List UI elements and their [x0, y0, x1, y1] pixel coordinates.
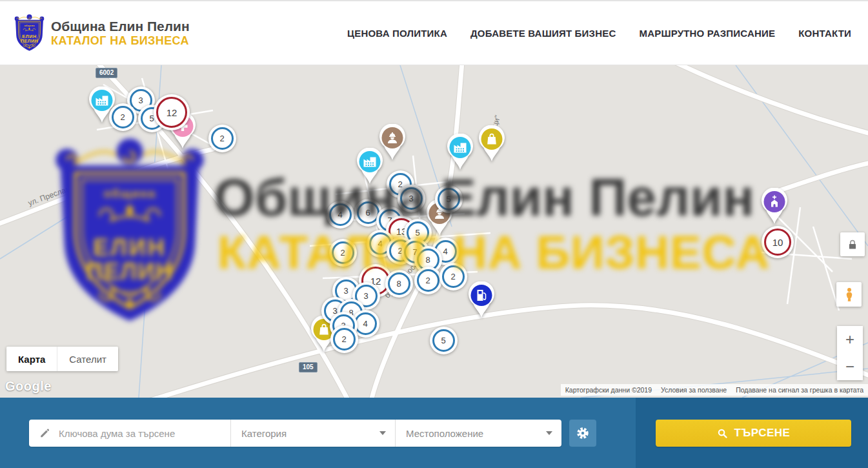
factory-pin[interactable] [355, 148, 385, 188]
map-type-satellite-button[interactable]: Сателит [57, 347, 118, 371]
keyword-segment [29, 420, 230, 447]
attribution-link[interactable]: Условия за ползване [656, 384, 731, 396]
location-select[interactable]: Местоположение [395, 420, 561, 447]
gear-icon [576, 426, 590, 440]
nav-item[interactable]: КОНТАКТИ [798, 28, 851, 39]
advanced-settings-button[interactable] [569, 420, 596, 447]
site-title: Община Елин Пелин [51, 19, 190, 34]
nav-item[interactable]: МАРШРУТНО РАЗПИСАНИЕ [639, 28, 775, 39]
cluster-marker[interactable]: 2 [329, 239, 357, 267]
map-markers: 325122235647135422748128223338432510 [0, 65, 868, 398]
map-attribution: Картографски данни ©2019Условия за ползв… [561, 384, 868, 396]
chevron-down-icon [379, 431, 386, 435]
zoom-out-button[interactable]: − [837, 353, 863, 380]
search-submit-label: ТЪРСЕНЕ [734, 427, 791, 440]
header: Община Елин Пелин КАТАЛОГ НА БИЗНЕСА ЦЕН… [0, 0, 868, 65]
fuel-pin[interactable] [467, 281, 496, 321]
municipality-crest-logo [14, 14, 45, 52]
cluster-marker[interactable]: 12 [154, 94, 190, 130]
church-pin[interactable] [760, 188, 789, 228]
magnifier-icon [717, 428, 728, 439]
cluster-marker[interactable]: 2 [414, 267, 442, 294]
chevron-down-icon [546, 431, 552, 435]
brand[interactable]: Община Елин Пелин КАТАЛОГ НА БИЗНЕСА [14, 14, 190, 52]
category-select[interactable]: Категория [230, 420, 395, 447]
cluster-marker[interactable]: 5 [430, 327, 458, 354]
cluster-marker[interactable]: 4 [327, 201, 354, 229]
nav-item[interactable]: ЦЕНОВА ПОЛИТИКА [347, 28, 447, 39]
zoom-in-button[interactable]: + [837, 326, 863, 353]
cluster-marker[interactable]: 5 [435, 185, 463, 213]
attribution-link[interactable]: Подаване на сигнал за грешка в картата [731, 384, 868, 396]
cluster-marker[interactable]: 2 [439, 263, 467, 290]
location-select-label: Местоположение [406, 428, 483, 439]
lock-icon [845, 238, 860, 252]
google-logo[interactable]: Google [5, 379, 52, 394]
search-bar: Категория Местоположение ТЪРСЕНЕ [0, 398, 868, 468]
cluster-marker[interactable]: 2 [330, 325, 358, 353]
search-form: Категория Местоположение [29, 420, 561, 447]
cluster-marker[interactable]: 8 [385, 270, 413, 298]
pegman-button[interactable] [836, 282, 862, 307]
cluster-marker[interactable]: 2 [109, 103, 137, 131]
bag-pin[interactable] [477, 125, 507, 165]
search-bar-right: ТЪРСЕНЕ [636, 398, 868, 468]
zoom-control: + − [837, 326, 863, 380]
category-select-label: Категория [241, 428, 287, 439]
keyword-search-input[interactable] [57, 427, 221, 440]
main-nav: ЦЕНОВА ПОЛИТИКАДОБАВЕТЕ ВАШИЯТ БИЗНЕСМАР… [347, 28, 868, 39]
factory-pin[interactable] [445, 134, 475, 174]
search-bar-left: Категория Местоположение [0, 398, 636, 468]
cluster-marker[interactable]: 2 [208, 125, 236, 152]
cluster-marker[interactable]: 3 [398, 185, 425, 212]
search-submit-button[interactable]: ТЪРСЕНЕ [656, 420, 851, 447]
pegman-icon [842, 287, 857, 302]
map-canvas[interactable]: 6002105 ул. Преславбул. „Новоселци" 3251… [0, 65, 868, 398]
nav-item[interactable]: ДОБАВЕТЕ ВАШИЯТ БИЗНЕС [470, 28, 616, 39]
pencil-icon [39, 427, 51, 439]
attribution-text: Картографски данни ©2019 [561, 384, 656, 396]
cluster-marker[interactable]: 10 [762, 226, 794, 258]
map-type-map-button[interactable]: Карта [6, 347, 57, 371]
lock-button[interactable] [840, 232, 865, 256]
site-subtitle: КАТАЛОГ НА БИЗНЕСА [51, 34, 190, 48]
map-type-control: Карта Сателит [6, 347, 118, 371]
